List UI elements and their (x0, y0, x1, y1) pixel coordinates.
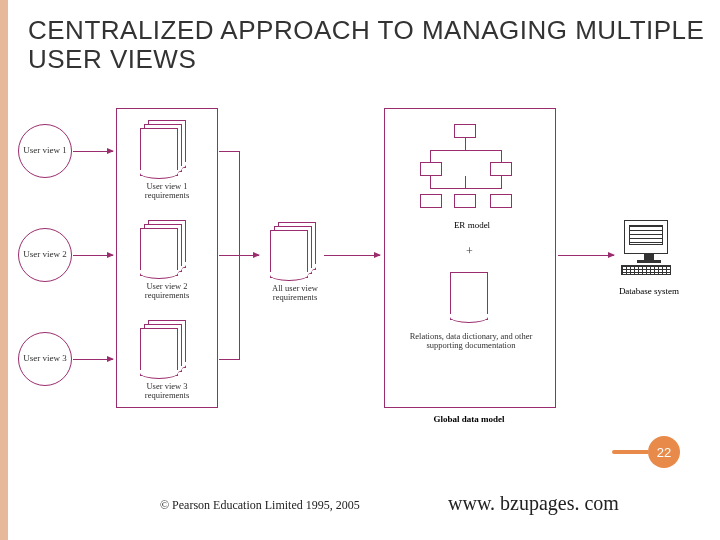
accent-band (0, 0, 8, 540)
page-title: CENTRALIZED APPROACH TO MANAGING MULTIPL… (28, 16, 720, 73)
connector-line (219, 359, 239, 360)
arrow-icon (73, 359, 113, 360)
source-url: www. bzupages. com (448, 492, 619, 515)
page-number-badge: 22 (648, 436, 680, 468)
doc-icon (450, 272, 488, 320)
doc-stack-icon (140, 220, 184, 274)
req-label-3: User view 3 requirements (128, 382, 206, 401)
req-label-2: User view 2 requirements (128, 282, 206, 301)
doc-stack-icon (140, 320, 184, 374)
connector-line (239, 151, 240, 360)
req-label-1: User view 1 requirements (128, 182, 206, 201)
user-view-1: User view 1 (18, 124, 72, 178)
arrow-icon (558, 255, 614, 256)
plus-icon: + (466, 244, 473, 259)
global-model-caption: Global data model (424, 414, 514, 424)
copyright-text: © Pearson Education Limited 1995, 2005 (160, 498, 360, 513)
er-label: ER model (442, 220, 502, 230)
er-model-icon (416, 124, 524, 216)
doc-stack-icon (140, 120, 184, 174)
doc-stack-icon (270, 222, 314, 276)
computer-icon (624, 220, 674, 275)
arrow-icon (73, 151, 113, 152)
diagram-area: User view 1 User view 2 User view 3 User… (18, 108, 702, 428)
user-view-2: User view 2 (18, 228, 72, 282)
db-system-label: Database system (616, 286, 682, 296)
arrow-icon (73, 255, 113, 256)
arrow-icon (324, 255, 380, 256)
connector-line (219, 151, 239, 152)
supporting-label: Relations, data dictionary, and other su… (396, 332, 546, 351)
merged-req-label: All user view requirements (256, 284, 334, 303)
user-view-3: User view 3 (18, 332, 72, 386)
